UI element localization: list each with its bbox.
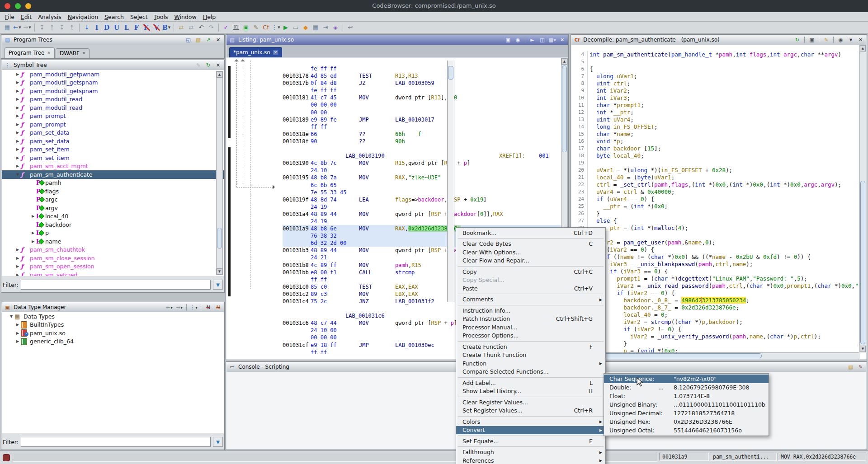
- decompile-line[interactable]: 27 else {: [572, 217, 859, 225]
- disassemble-icon[interactable]: ↓: [82, 23, 91, 32]
- mnemonic-field[interactable]: JZ: [359, 80, 395, 87]
- expander-icon[interactable]: ▶: [14, 331, 21, 335]
- keyboard-icon[interactable]: ▭: [291, 23, 300, 32]
- listing-line[interactable]: 0010318e66??66h f: [283, 131, 561, 138]
- address-field[interactable]: 001031b3: [283, 247, 311, 254]
- bookmark-b-icon[interactable]: B▼: [162, 23, 171, 32]
- menu-item-references[interactable]: References▶: [456, 456, 605, 464]
- mnemonic-field[interactable]: JNZ: [359, 298, 395, 305]
- mnemonic-field[interactable]: TEST: [359, 72, 395, 80]
- address-field[interactable]: 001031a4: [283, 211, 311, 218]
- menu-item-clear-flow-and-repair[interactable]: Clear Flow and Repair...: [456, 257, 605, 265]
- menu-item-processor-options[interactable]: Processor Options...: [456, 332, 605, 340]
- tree-item-flags[interactable]: Pflags: [2, 187, 224, 196]
- mnemonic-field[interactable]: MOV: [359, 174, 395, 181]
- copy-bytes-down-icon[interactable]: ↧: [38, 23, 47, 32]
- data-type-filter-input[interactable]: [21, 437, 211, 447]
- menu-item-instruction-info[interactable]: Instruction Info...: [456, 306, 605, 315]
- decompile-line[interactable]: 16 void *p;: [572, 138, 859, 145]
- filter-options-icon[interactable]: ▼: [213, 437, 223, 447]
- tree-item-argc[interactable]: Pargc: [2, 196, 224, 204]
- menu-item-function[interactable]: Function▶: [456, 359, 605, 368]
- decompile-line[interactable]: 41 iVar2 = strcmp((char *)p,backdoor);: [572, 319, 859, 326]
- tree-item-pam_sm_authenticate[interactable]: ▼ƒpam_sm_authenticate: [2, 170, 224, 179]
- mnemonic-field[interactable]: MOV: [359, 319, 395, 327]
- instruction-i-icon[interactable]: I: [92, 23, 101, 32]
- address-field[interactable]: 001031cf: [283, 342, 311, 349]
- mnemonic-field[interactable]: MOV: [359, 94, 395, 101]
- expander-icon[interactable]: ▶: [14, 139, 21, 143]
- expander-icon[interactable]: ▶: [14, 323, 21, 327]
- listing-line[interactable]: 24 10: [283, 167, 561, 174]
- listing-line[interactable]: 6c 6b 65: [283, 182, 561, 189]
- close-panel-icon[interactable]: ✕: [857, 36, 864, 43]
- address-field[interactable]: 00103195: [283, 174, 311, 181]
- listing-line[interactable]: 0010319548 b8 7aMOVRAX,"zlke~U3E": [283, 174, 561, 181]
- menu-edit[interactable]: Edit: [18, 13, 35, 21]
- scroll-down-icon[interactable]: ▼: [217, 268, 222, 275]
- tree-item-pam_unix.so[interactable]: ▶✓pam_unix.so: [2, 329, 224, 337]
- decompile-line[interactable]: 30 iVar2 = pam_get_user(pamh,&name,0);: [572, 239, 859, 246]
- expander-icon[interactable]: ▶: [30, 239, 36, 244]
- decompile-line[interactable]: 21 local_40 = (byte)uVar1;: [572, 174, 859, 181]
- menu-item-comments[interactable]: Comments▶: [456, 295, 605, 304]
- decompile-line[interactable]: 19: [572, 159, 859, 167]
- menu-navigation[interactable]: Navigation: [65, 13, 101, 21]
- expander-icon[interactable]: ▶: [14, 72, 21, 76]
- expander-icon[interactable]: ▶: [14, 89, 21, 93]
- decompile-line[interactable]: 42 if (iVar2 != 0) {: [572, 326, 859, 333]
- expander-icon[interactable]: ▶: [14, 156, 21, 160]
- close-panel-icon[interactable]: ✕: [214, 61, 222, 69]
- save-icon[interactable]: ▦: [3, 23, 12, 32]
- memory-map-icon[interactable]: 01: [231, 23, 241, 32]
- close-panel-icon[interactable]: ✕: [214, 36, 222, 43]
- listing-line[interactable]: 0010319f48 8d 74LEAflags=>backdoor,[RSP …: [283, 196, 561, 203]
- menu-item-set-equate[interactable]: Set Equate...E: [456, 437, 605, 445]
- decompile-line[interactable]: 9 int iVar2;: [572, 87, 859, 94]
- function-f-icon[interactable]: F: [132, 23, 141, 32]
- tree-item-pam_modutil_read[interactable]: ▶ƒpam_modutil_read: [2, 103, 224, 112]
- tree-item-BuiltInTypes[interactable]: ▶BuiltInTypes: [2, 321, 224, 329]
- conflict-mode-icon[interactable]: ⋮▼: [190, 304, 198, 311]
- expander-icon[interactable]: ▶: [14, 80, 21, 84]
- mnemonic-field[interactable]: ??: [359, 131, 395, 138]
- script-manager-icon[interactable]: ▣: [241, 23, 250, 32]
- decompile-line[interactable]: 33 iVar3 = _unix_blankpasswd(pamh,ctrl,n…: [572, 261, 859, 268]
- tree-item-argv[interactable]: Pargv: [2, 204, 224, 212]
- menu-analysis[interactable]: Analysis: [35, 13, 65, 21]
- previous-datatype-icon[interactable]: ←▼: [165, 304, 173, 311]
- decompile-line[interactable]: 26 }: [572, 210, 859, 217]
- re-decompile-icon[interactable]: ↻: [793, 36, 801, 43]
- tab-pam-unix-so[interactable]: *pam_unix.so ✕: [229, 47, 282, 57]
- cursor-location-icon[interactable]: ►: [528, 36, 536, 43]
- filter-arrays-icon[interactable]: N: [204, 304, 212, 311]
- expander-icon[interactable]: ▶: [14, 339, 21, 343]
- address-field[interactable]: 001031c6: [283, 319, 311, 327]
- decompile-line[interactable]: 35 prompt1 = (char *)dcgettext("Linux-PA…: [572, 275, 859, 282]
- tree-item-pam_sm_chauthtok[interactable]: ▶ƒpam_sm_chauthtok: [2, 246, 224, 254]
- swap-in-icon[interactable]: ⇄: [177, 23, 186, 32]
- duplicate-view-icon[interactable]: ▣: [504, 36, 512, 43]
- status-dragon-icon[interactable]: [3, 454, 10, 461]
- tree-item-pam_sm_acct_mgmt[interactable]: ▶ƒpam_sm_acct_mgmt: [2, 162, 224, 171]
- decompile-line[interactable]: 25 __ptr = (int *)0x0;: [572, 203, 859, 210]
- run-script-icon[interactable]: ▶: [281, 23, 290, 32]
- edit-icon[interactable]: ✎: [194, 61, 202, 69]
- forward-icon[interactable]: →▼: [23, 23, 32, 32]
- tab-program-tree[interactable]: Program Tree ✕: [5, 47, 55, 58]
- decompile-line[interactable]: 8 uint ctrl;: [572, 80, 859, 87]
- snapshot-icon[interactable]: ◉: [837, 36, 844, 43]
- menu-item-fallthrough[interactable]: Fallthrough▶: [456, 448, 605, 457]
- decompile-line[interactable]: 40 local_40 = 0;: [572, 311, 859, 319]
- expander-icon[interactable]: ▶: [14, 264, 21, 268]
- function-graph-icon[interactable]: ◈: [331, 23, 340, 32]
- paste-bytes-up-icon[interactable]: ↥: [67, 23, 76, 32]
- mnemonic-field[interactable]: JMP: [359, 116, 395, 123]
- menu-item-clear-with-options[interactable]: Clear With Options...: [456, 248, 605, 257]
- close-tab-icon[interactable]: ✕: [47, 51, 51, 55]
- xref-address[interactable]: 001: [539, 152, 549, 159]
- mnemonic-field[interactable]: MOV: [359, 291, 395, 298]
- scrollbar-thumb[interactable]: [562, 66, 567, 152]
- edit-signature-icon[interactable]: ✎: [822, 36, 830, 43]
- decompile-scrollbar[interactable]: ▲ ▼: [859, 45, 866, 352]
